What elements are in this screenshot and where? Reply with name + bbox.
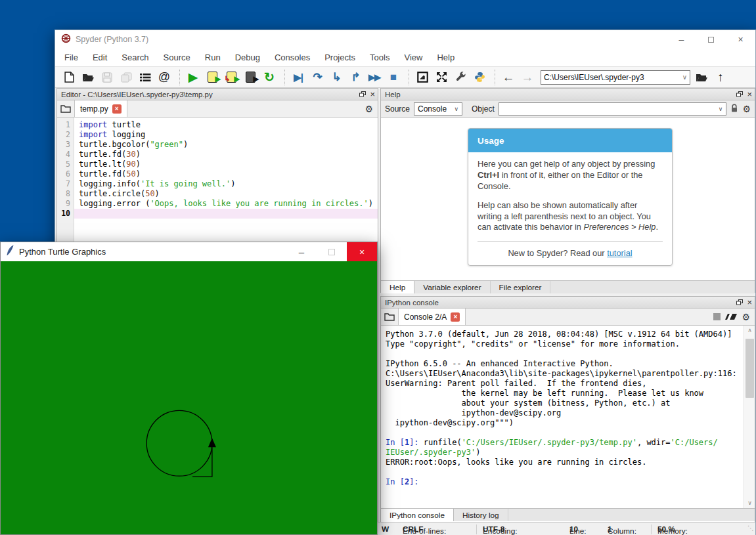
tab-ipython-console[interactable]: IPython console [381,509,454,521]
console-line [386,428,744,438]
menu-consoles[interactable]: Consoles [275,53,310,62]
console-line: In [1]: runfile('C:/Users/IEUser/.spyder… [386,438,744,448]
run-cell-button[interactable]: ▶ [204,70,221,85]
divider [478,241,663,242]
source-select[interactable]: Console ∨ [414,102,462,116]
browse-directory-button[interactable] [693,70,710,85]
code-line[interactable] [74,209,378,219]
scroll-up-icon[interactable]: ∧ [744,326,755,335]
step-into-button[interactable]: ↳ [328,70,345,85]
menu-view[interactable]: View [404,53,422,62]
console-tab[interactable]: Console 2/A × [399,309,466,325]
tutorial-link[interactable]: tutorial [607,248,632,258]
interrupt-kernel-icon[interactable] [713,313,721,320]
console-options-gear-icon[interactable]: ⚙ [742,312,750,322]
working-directory-combo[interactable]: C:\Users\IEUser\.spyder-py3 ∨ [541,70,690,85]
browse-tabs-icon[interactable] [381,309,399,325]
save-button[interactable] [99,70,116,85]
stop-debug-button[interactable]: ■ [385,70,402,85]
menu-tools[interactable]: Tools [370,53,389,62]
object-combo[interactable]: ∨ [499,102,727,116]
maximize-button[interactable] [696,30,726,49]
new-file-button[interactable] [60,70,78,85]
parent-directory-button[interactable]: ↑ [712,70,729,85]
step-return-button[interactable]: ↱ [347,70,364,85]
menu-search[interactable]: Search [122,53,148,62]
open-file-button[interactable] [79,70,97,85]
tab-variable-explorer[interactable]: Variable explorer [414,281,490,293]
tab-help[interactable]: Help [381,281,414,293]
editor-options-gear-icon[interactable]: ⚙ [365,104,373,114]
run-cell-advance-button[interactable]: ▶↳ [223,70,240,85]
code-line[interactable]: turtle.bgcolor("green") [74,140,378,150]
code-line[interactable]: logging.error ('Oops, looks like you are… [74,199,378,209]
turtle-close-button[interactable]: × [347,242,377,261]
toolbar-separator [409,70,409,85]
debug-file-button[interactable]: ▶| [290,70,307,85]
close-tab-icon[interactable]: × [112,104,122,114]
run-file-button[interactable]: ▶ [185,70,202,85]
file-switcher-button[interactable] [137,70,154,85]
lock-icon[interactable] [730,104,738,115]
code-line[interactable]: turtle.circle(50) [74,189,378,199]
line-number: 1 [57,120,74,130]
line-number: 8 [57,189,74,199]
console-scrollbar[interactable]: ∧ ∨ [744,326,755,508]
menu-edit[interactable]: Edit [93,53,107,62]
console-pane-header: IPython console × [381,297,755,309]
browse-tabs-icon[interactable] [57,100,75,117]
editor-tab[interactable]: temp.py × [75,100,127,117]
code-line[interactable]: import turtle [74,120,378,130]
minimize-button[interactable]: – [667,30,696,49]
resize-grip[interactable]: ⋱ [747,524,754,534]
preferences-wrench-button[interactable] [452,70,469,85]
tab-file-explorer[interactable]: File explorer [491,281,551,293]
tab-history-log[interactable]: History log [454,509,508,521]
menu-projects[interactable]: Projects [324,53,355,62]
pythonpath-manager-button[interactable] [471,70,488,85]
fullscreen-button[interactable] [433,70,450,85]
title-bar[interactable]: Spyder (Python 3.7) – × [55,30,755,49]
turtle-title-bar[interactable]: Python Turtle Graphics – × [1,242,377,261]
close-button[interactable]: × [726,30,755,49]
code-line[interactable]: turtle.fd(50) [74,169,378,179]
console-output[interactable]: Python 3.7.0 (default, Jun 28 2018, 08:0… [381,326,744,487]
undock-pane-icon[interactable] [736,299,743,307]
console-body[interactable]: Python 3.7.0 (default, Jun 28 2018, 08:0… [381,326,755,508]
find-symbols-button[interactable]: @ [156,70,173,85]
menu-debug[interactable]: Debug [235,53,260,62]
code-line[interactable]: import logging [74,130,378,140]
rerun-cell-button[interactable]: ↻ [261,70,278,85]
maximize-pane-button[interactable] [414,70,431,85]
scroll-down-icon[interactable]: ∨ [744,498,755,508]
turtle-maximize-button[interactable] [317,242,347,261]
code-line[interactable]: turtle.lt(90) [74,160,378,169]
menu-run[interactable]: Run [205,53,221,62]
menu-source[interactable]: Source [164,53,190,62]
code-line[interactable]: turtle.fd(30) [74,150,378,160]
usage-card-title: Usage [468,129,672,152]
turtle-minimize-button[interactable]: – [286,242,317,261]
forward-button[interactable]: → [519,70,536,85]
help-options-gear-icon[interactable]: ⚙ [742,104,751,114]
continue-button[interactable]: ▶▶ [366,70,383,85]
code-lines[interactable]: import turtleimport loggingturtle.bgcolo… [74,118,378,219]
code-line[interactable]: logging.info('It is going well.') [74,179,378,189]
close-pane-icon[interactable]: × [747,91,752,98]
step-over-button[interactable]: ↷ [309,70,326,85]
menu-help[interactable]: Help [437,53,455,62]
turtle-canvas[interactable] [1,261,377,534]
back-button[interactable]: ← [500,70,517,85]
undock-pane-icon[interactable] [736,91,743,98]
close-pane-icon[interactable]: × [747,299,752,306]
toolbar-separator [284,70,285,85]
scrollbar-thumb[interactable] [745,339,754,398]
console-line: IPython 6.5.0 -- An enhanced Interactive… [386,359,744,369]
undock-pane-icon[interactable] [359,91,366,98]
save-all-button[interactable] [118,70,135,85]
menu-file[interactable]: File [64,53,78,62]
close-tab-icon[interactable]: × [451,312,460,322]
clear-console-eraser-icon[interactable] [725,314,737,320]
run-selection-button[interactable]: ▶ [242,70,259,85]
close-pane-icon[interactable]: × [370,91,375,98]
